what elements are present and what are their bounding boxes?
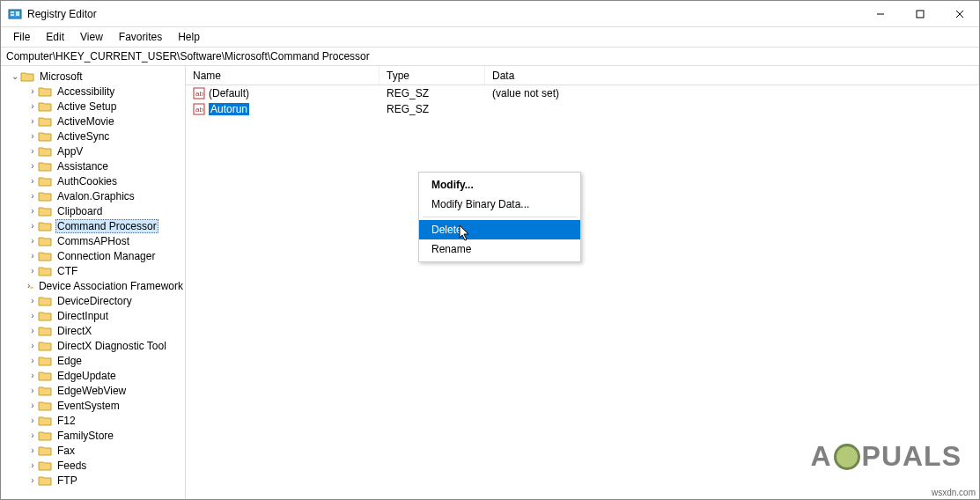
tree-node[interactable]: ›DeviceDirectory (1, 293, 185, 308)
tree-node[interactable]: ›Clipboard (1, 203, 185, 218)
value-name: Autorun (209, 103, 249, 115)
chevron-right-icon[interactable]: › (27, 251, 38, 261)
chevron-right-icon[interactable]: › (27, 311, 38, 320)
column-name[interactable]: Name (186, 66, 379, 85)
tree-label: AppV (55, 145, 85, 158)
tree-label: FTP (55, 474, 79, 487)
chevron-right-icon[interactable]: › (27, 430, 38, 440)
chevron-right-icon[interactable]: › (27, 176, 38, 186)
context-modify[interactable]: Modify... (419, 175, 580, 195)
chevron-right-icon[interactable]: › (27, 86, 38, 96)
value-row[interactable]: ab(Default)REG_SZ(value not set) (186, 85, 979, 101)
window-title: Registry Editor (27, 8, 860, 20)
chevron-right-icon[interactable]: › (27, 460, 38, 470)
tree-node[interactable]: ›Command Processor (1, 218, 185, 233)
chevron-down-icon[interactable]: ⌄ (10, 71, 20, 81)
titlebar: Registry Editor (1, 1, 979, 27)
menu-file[interactable]: File (6, 29, 37, 45)
chevron-right-icon[interactable]: › (27, 415, 38, 425)
tree-label: Avalon.Graphics (55, 190, 136, 202)
tree-node[interactable]: ›Accessibility (1, 84, 185, 99)
column-type[interactable]: Type (379, 66, 485, 85)
tree-label: Device Association Framework (37, 280, 185, 292)
tree-node[interactable]: ›AppV (1, 143, 185, 158)
tree-panel[interactable]: ⌄Microsoft›Accessibility›Active Setup›Ac… (1, 66, 186, 499)
chevron-right-icon[interactable]: › (27, 296, 38, 305)
tree-label: Feeds (55, 460, 88, 472)
tree-label: Accessibility (55, 85, 116, 98)
chevron-right-icon[interactable]: › (27, 386, 38, 395)
context-delete[interactable]: Delete (419, 220, 580, 239)
tree-label: ActiveMovie (55, 115, 116, 128)
folder-icon (38, 115, 52, 128)
chevron-right-icon[interactable]: › (27, 371, 38, 380)
tree-node-microsoft[interactable]: ⌄Microsoft (1, 69, 185, 84)
tree-node[interactable]: ›EventSystem (1, 398, 185, 413)
tree-node[interactable]: ›DirectX Diagnostic Tool (1, 338, 185, 353)
menu-view[interactable]: View (73, 29, 110, 45)
tree-node[interactable]: ›Device Association Framework (1, 278, 185, 293)
tree-node[interactable]: ›ActiveSync (1, 129, 185, 143)
folder-icon (38, 160, 52, 173)
tree-node[interactable]: ›Active Setup (1, 99, 185, 114)
column-data[interactable]: Data (485, 66, 979, 85)
svg-rect-2 (11, 14, 14, 16)
tree-node[interactable]: ›Connection Manager (1, 248, 185, 263)
menu-favorites[interactable]: Favorites (112, 29, 169, 45)
chevron-right-icon[interactable]: › (27, 236, 38, 246)
folder-icon (38, 220, 52, 232)
chevron-right-icon[interactable]: › (27, 206, 38, 216)
chevron-right-icon[interactable]: › (27, 341, 38, 350)
tree-node[interactable]: ›Fax (1, 443, 185, 458)
chevron-right-icon[interactable]: › (27, 266, 38, 276)
tree-label: DirectX (55, 325, 93, 337)
maximize-button[interactable] (900, 1, 939, 27)
tree-node[interactable]: ›AuthCookies (1, 173, 185, 188)
chevron-right-icon[interactable]: › (27, 131, 38, 141)
chevron-right-icon[interactable]: › (27, 401, 38, 410)
chevron-right-icon[interactable]: › (27, 356, 38, 365)
chevron-right-icon[interactable]: › (27, 146, 38, 156)
menu-edit[interactable]: Edit (39, 29, 71, 45)
chevron-right-icon[interactable]: › (27, 191, 38, 201)
value-data: (value not set) (485, 87, 979, 99)
tree-node[interactable]: ›ActiveMovie (1, 114, 185, 129)
chevron-right-icon[interactable]: › (27, 161, 38, 171)
tree-node[interactable]: ›Avalon.Graphics (1, 188, 185, 203)
tree-node[interactable]: ›FTP (1, 473, 185, 488)
chevron-right-icon[interactable]: › (27, 101, 38, 111)
svg-text:ab: ab (195, 90, 203, 98)
tree-node[interactable]: ›Feeds (1, 458, 185, 473)
tree-node[interactable]: ›CommsAPHost (1, 233, 185, 248)
tree-node[interactable]: ›Edge (1, 353, 185, 368)
folder-icon (30, 280, 33, 292)
tree-node[interactable]: ›FamilyStore (1, 428, 185, 443)
chevron-right-icon[interactable]: › (27, 116, 38, 126)
value-row[interactable]: abAutorunREG_SZ (186, 101, 979, 117)
chevron-right-icon[interactable]: › (27, 445, 38, 455)
tree-node[interactable]: ›Assistance (1, 158, 185, 173)
context-rename[interactable]: Rename (419, 239, 580, 259)
tree-node[interactable]: ›EdgeUpdate (1, 368, 185, 383)
tree-node[interactable]: ›EdgeWebView (1, 383, 185, 398)
tree-label: FamilyStore (55, 430, 115, 442)
tree-node[interactable]: ›DirectInput (1, 308, 185, 323)
tree-node[interactable]: ›CTF (1, 263, 185, 278)
folder-icon (38, 370, 52, 382)
minimize-button[interactable] (860, 1, 900, 27)
tree-node[interactable]: ›F12 (1, 413, 185, 428)
tree-label: DirectInput (55, 310, 110, 322)
folder-icon (38, 145, 52, 158)
tree-node[interactable]: ›DirectX (1, 323, 185, 338)
chevron-right-icon[interactable]: › (27, 326, 38, 335)
chevron-right-icon[interactable]: › (27, 475, 38, 485)
watermark-post: PUALS (862, 440, 962, 473)
value-type: REG_SZ (379, 103, 485, 115)
context-modify-binary[interactable]: Modify Binary Data... (419, 195, 580, 214)
folder-icon (38, 190, 52, 202)
chevron-right-icon[interactable]: › (27, 221, 38, 231)
address-bar[interactable]: Computer\HKEY_CURRENT_USER\Software\Micr… (1, 47, 979, 66)
menubar: File Edit View Favorites Help (1, 27, 979, 47)
close-button[interactable] (939, 1, 979, 27)
menu-help[interactable]: Help (171, 29, 207, 45)
